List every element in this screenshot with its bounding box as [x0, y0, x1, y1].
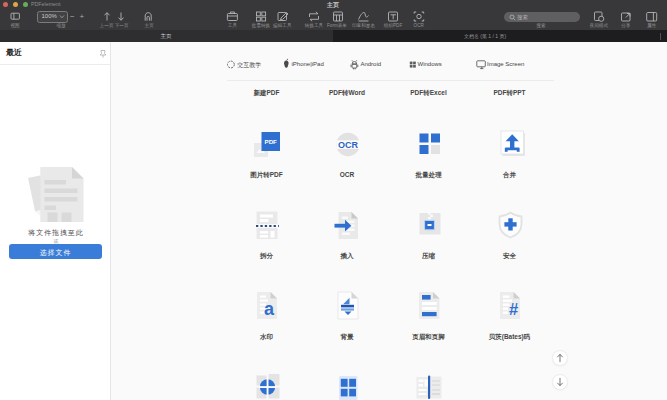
- svg-text:#: #: [508, 300, 517, 318]
- svg-text:a: a: [263, 299, 274, 319]
- svg-text:PDF: PDF: [264, 138, 277, 145]
- svg-text:OCR: OCR: [338, 140, 359, 150]
